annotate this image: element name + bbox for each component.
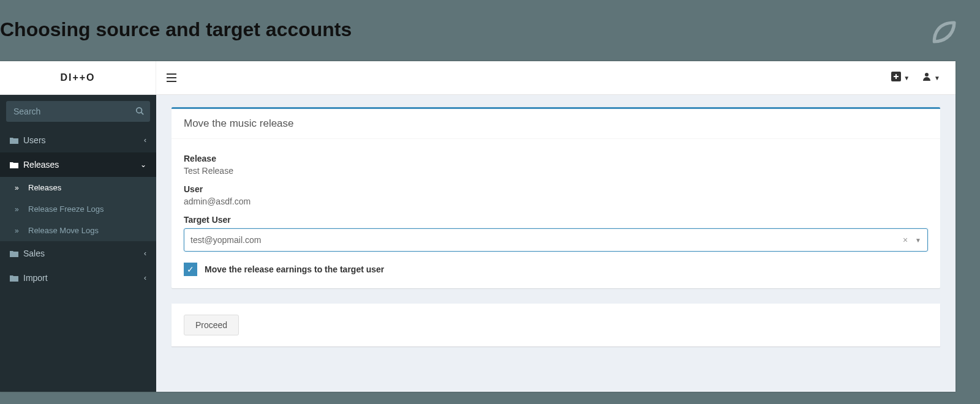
release-label: Release — [184, 154, 928, 163]
app-logo: DI++O — [0, 61, 156, 94]
double-chevron-icon: » — [15, 205, 28, 214]
sidebar-item-users[interactable]: Users ‹ — [0, 128, 156, 152]
caret-down-icon: ▼ — [903, 75, 910, 81]
move-earnings-label: Move the release earnings to the target … — [205, 264, 384, 274]
sidebar-item-label: Users — [23, 135, 144, 145]
sidebar-subitem-release-move-logs[interactable]: » Release Move Logs — [0, 220, 156, 241]
user-menu-button[interactable]: ▼ — [922, 72, 940, 84]
release-value: Test Release — [184, 166, 928, 176]
svg-point-2 — [137, 107, 142, 113]
chevron-left-icon: ‹ — [144, 274, 146, 282]
chevron-down-icon: ⌄ — [140, 160, 146, 169]
sidebar-search[interactable] — [6, 101, 150, 122]
main-content: Move the music release Release Test Rele… — [156, 95, 956, 392]
user-value: admin@asdf.com — [184, 196, 928, 206]
chevron-left-icon: ‹ — [144, 136, 146, 144]
sidebar-subitem-release-freeze-logs[interactable]: » Release Freeze Logs — [0, 198, 156, 220]
hamburger-button[interactable] — [156, 73, 187, 82]
folder-icon — [10, 161, 23, 168]
sidebar-subitem-releases[interactable]: » Releases — [0, 177, 156, 198]
sidebar-subitem-label: Release Move Logs — [28, 226, 99, 235]
leaf-icon — [928, 15, 962, 49]
chevron-down-icon[interactable]: ▼ — [915, 237, 921, 244]
check-icon: ✓ — [187, 264, 194, 274]
target-user-label: Target User — [184, 215, 928, 225]
sidebar-item-import[interactable]: Import ‹ — [0, 266, 156, 290]
plus-square-icon — [891, 72, 901, 84]
clear-icon[interactable]: × — [903, 235, 908, 245]
sidebar-subitem-label: Release Freeze Logs — [28, 204, 104, 214]
proceed-button[interactable]: Proceed — [184, 315, 239, 335]
sidebar-subitem-label: Releases — [28, 183, 61, 192]
chevron-left-icon: ‹ — [144, 249, 146, 258]
panel-footer: Proceed — [172, 304, 940, 346]
move-earnings-checkbox[interactable]: ✓ — [184, 263, 197, 276]
user-icon — [922, 72, 932, 84]
sidebar-item-sales[interactable]: Sales ‹ — [0, 241, 156, 266]
user-label: User — [184, 184, 928, 194]
double-chevron-icon: » — [15, 226, 28, 235]
panel-title: Move the music release — [172, 109, 940, 139]
folder-icon — [10, 274, 23, 282]
search-input[interactable] — [6, 107, 150, 116]
target-user-select[interactable]: test@yopmail.com × ▼ — [184, 228, 928, 252]
topbar: DI++O ▼ ▼ — [0, 61, 956, 95]
search-icon[interactable] — [135, 107, 144, 117]
svg-point-1 — [925, 73, 929, 77]
caret-down-icon: ▼ — [934, 75, 940, 81]
page-title: Choosing source and target accounts — [0, 18, 968, 41]
sidebar-item-label: Releases — [23, 160, 140, 170]
sidebar-item-releases[interactable]: Releases ⌄ — [0, 152, 156, 177]
double-chevron-icon: » — [15, 184, 28, 192]
sidebar-item-label: Import — [23, 273, 144, 283]
folder-icon — [10, 137, 23, 144]
panel-move-release: Move the music release Release Test Rele… — [172, 107, 940, 288]
add-menu-button[interactable]: ▼ — [891, 72, 910, 84]
folder-icon — [10, 250, 23, 257]
sidebar: Users ‹ Releases ⌄ » Releases » Release … — [0, 95, 156, 392]
target-user-value: test@yopmail.com — [190, 235, 903, 245]
sidebar-item-label: Sales — [23, 249, 144, 258]
